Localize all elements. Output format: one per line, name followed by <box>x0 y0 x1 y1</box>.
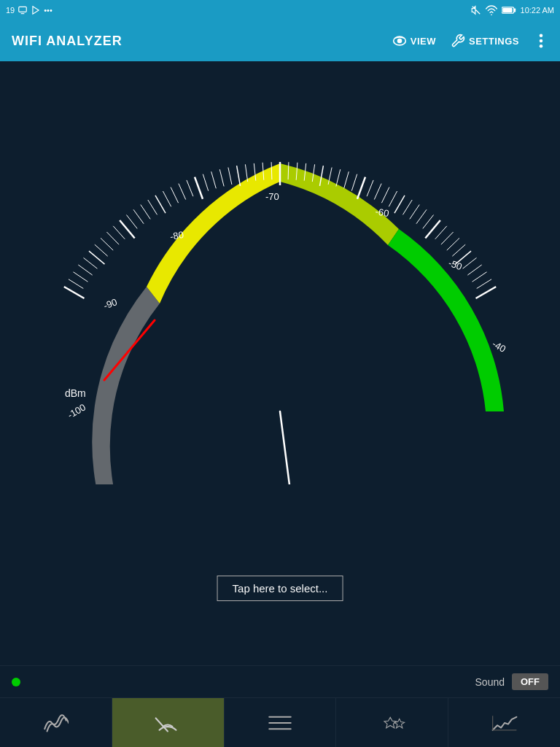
more-menu-button[interactable] <box>534 34 548 48</box>
svg-line-48 <box>219 169 224 186</box>
status-bar: 19 ••• 10:22 AM <box>0 0 560 20</box>
eye-icon <box>392 34 407 48</box>
svg-line-26 <box>69 279 83 289</box>
svg-line-47 <box>211 171 217 188</box>
top-bar-actions: VIEW SETTINGS <box>392 34 548 48</box>
svg-line-51 <box>245 164 247 182</box>
view-button[interactable]: VIEW <box>392 34 436 48</box>
svg-line-28 <box>78 265 92 275</box>
nav-channel-graph[interactable] <box>0 698 112 748</box>
svg-line-34 <box>113 226 125 239</box>
svg-line-33 <box>106 232 119 244</box>
battery-icon <box>502 6 516 15</box>
svg-line-42 <box>171 187 179 204</box>
gauge-svg: dBm -100 -90 -80 -70 -60 -50 -40 <box>25 105 535 484</box>
main-content: dBm -100 -90 -80 -70 -60 -50 -40 <box>0 61 560 665</box>
app-title: WIFI ANALYZER <box>12 34 122 49</box>
svg-line-64 <box>351 174 357 191</box>
top-bar: WIFI ANALYZER VIEW SETTINGS <box>0 20 560 61</box>
svg-rect-3 <box>513 9 516 12</box>
svg-line-63 <box>344 171 349 188</box>
svg-line-71 <box>403 200 413 214</box>
svg-line-29 <box>84 258 98 268</box>
svg-point-6 <box>397 39 401 43</box>
svg-line-49 <box>228 168 232 185</box>
notification-count: 19 <box>6 6 15 15</box>
mute-icon <box>471 5 481 15</box>
svg-line-32 <box>101 238 113 250</box>
nav-signal-meter[interactable] <box>112 698 225 748</box>
svg-marker-1 <box>33 7 39 15</box>
stars-icon <box>379 710 405 736</box>
svg-line-72 <box>410 205 419 220</box>
svg-line-73 <box>416 209 427 223</box>
svg-line-43 <box>179 184 186 200</box>
svg-line-66 <box>367 180 373 196</box>
svg-line-41 <box>163 191 171 206</box>
svg-line-65 <box>357 177 365 199</box>
svg-line-70 <box>394 196 405 213</box>
nav-time-graph[interactable] <box>448 698 560 748</box>
bottom-status-bar: Sound OFF <box>0 665 560 697</box>
svg-text:-70: -70 <box>265 191 279 202</box>
svg-point-8 <box>540 39 543 43</box>
bottom-nav <box>0 697 560 747</box>
svg-line-79 <box>452 244 465 256</box>
svg-line-76 <box>435 226 447 239</box>
svg-line-45 <box>195 177 203 199</box>
status-bar-left: 19 ••• <box>6 5 52 15</box>
svg-line-50 <box>237 166 241 186</box>
svg-line-74 <box>423 215 434 229</box>
sound-control: Sound OFF <box>475 673 548 690</box>
svg-text:-100: -100 <box>66 402 88 421</box>
time-graph-icon <box>491 710 518 736</box>
settings-button[interactable]: SETTINGS <box>451 34 519 48</box>
svg-line-30 <box>89 251 105 264</box>
svg-line-69 <box>389 191 397 206</box>
svg-line-81 <box>463 258 477 268</box>
wrench-icon <box>451 34 465 48</box>
svg-line-84 <box>477 279 491 289</box>
svg-line-67 <box>374 184 381 200</box>
svg-text:-40: -40 <box>491 338 508 355</box>
nav-ap-list[interactable] <box>225 698 337 748</box>
svg-rect-4 <box>502 8 512 12</box>
dots-icon: ••• <box>44 6 52 15</box>
status-bar-right: 10:22 AM <box>471 5 554 15</box>
view-label: VIEW <box>411 36 436 47</box>
svg-text:-90: -90 <box>102 296 119 311</box>
svg-line-18 <box>280 411 309 484</box>
notification-icon <box>18 5 28 15</box>
svg-line-82 <box>467 265 481 275</box>
signal-dot <box>12 678 20 686</box>
time: 10:22 AM <box>521 6 554 15</box>
svg-line-77 <box>441 232 454 244</box>
svg-line-44 <box>187 180 193 196</box>
svg-text:dBm: dBm <box>65 387 86 399</box>
signal-meter-icon <box>155 710 181 736</box>
svg-line-62 <box>336 169 341 186</box>
svg-line-39 <box>148 200 158 214</box>
sound-toggle-button[interactable]: OFF <box>512 673 548 690</box>
sound-label: Sound <box>475 676 505 688</box>
svg-point-9 <box>540 44 543 48</box>
svg-line-36 <box>126 215 137 229</box>
svg-line-37 <box>133 209 144 223</box>
svg-line-46 <box>203 174 208 191</box>
wifi-icon <box>486 5 497 15</box>
gauge-container: dBm -100 -90 -80 -70 -60 -50 -40 <box>0 61 560 616</box>
svg-line-40 <box>155 196 166 213</box>
svg-line-27 <box>74 272 88 282</box>
svg-rect-0 <box>19 7 27 12</box>
settings-label: SETTINGS <box>469 36 519 47</box>
channel-graph-icon <box>42 710 69 736</box>
more-vert-icon <box>534 34 548 48</box>
ap-list-icon <box>267 710 293 736</box>
svg-point-7 <box>540 34 543 37</box>
svg-line-85 <box>476 287 497 298</box>
svg-line-68 <box>381 187 389 204</box>
tap-here-button[interactable]: Tap here to select... <box>217 576 343 601</box>
nav-stars-rating[interactable] <box>336 698 448 748</box>
svg-line-31 <box>95 244 108 256</box>
svg-line-83 <box>472 272 487 282</box>
